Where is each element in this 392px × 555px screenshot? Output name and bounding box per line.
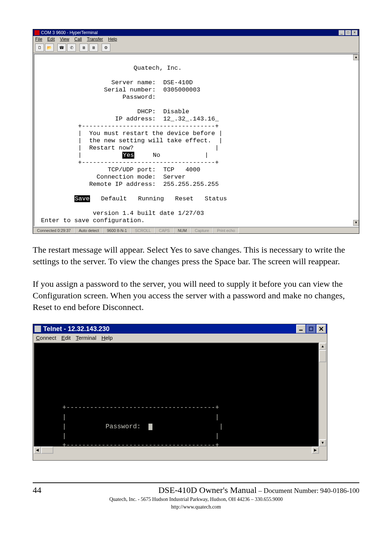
remote-ip-label: Remote IP address:: [89, 181, 156, 188]
connect-icon[interactable]: ☎: [57, 44, 66, 52]
page-number: 44: [33, 485, 41, 495]
company-text: Quatech, Inc.: [134, 65, 182, 72]
scroll-right-icon[interactable]: ▶: [312, 446, 319, 454]
default-button[interactable]: Default: [101, 195, 127, 202]
properties-icon[interactable]: ⚙: [102, 44, 110, 52]
conn-mode-value: Server: [163, 174, 185, 180]
footer-rule: [33, 482, 359, 483]
terminal-output: Quatech, Inc. Server name: DSE-410D Seri…: [34, 54, 358, 227]
status-params: 9600 8-N-1: [103, 228, 131, 233]
paragraph-2: If you assign a password to the server, …: [33, 278, 359, 313]
ip-label: IP address:: [115, 115, 156, 122]
scroll-thumb-h[interactable]: [41, 446, 53, 454]
new-icon[interactable]: 🗋: [35, 44, 44, 52]
tcp-port-label: TCP/UDP port:: [108, 166, 156, 173]
version-text: version 1.4 built date 1/27/03: [93, 210, 204, 217]
window-title: COM 3 9600 - HyperTerminal: [41, 30, 98, 35]
scroll-up-icon[interactable]: ▲: [319, 343, 326, 350]
tn-terminal-output: +--------------------------------------+…: [34, 343, 319, 454]
serial-number-value: 0305000003: [163, 86, 200, 93]
tn-close-button[interactable]: [317, 325, 326, 333]
horizontal-scrollbar[interactable]: ◀ ▶: [34, 446, 319, 454]
status-printecho: Print echo: [213, 228, 239, 233]
save-button[interactable]: Save: [74, 195, 90, 202]
dhcp-value: Disable: [163, 108, 189, 115]
reset-button[interactable]: Reset: [175, 195, 193, 202]
vertical-scrollbar[interactable]: ▲ ▼: [319, 343, 326, 446]
restart-msg-1: You must restart the device before: [89, 130, 215, 137]
no-button[interactable]: No: [153, 152, 160, 159]
scroll-down-icon[interactable]: ▼: [353, 220, 359, 226]
telnet-app-icon: [34, 326, 41, 332]
tn-menu-connect[interactable]: Connect: [36, 335, 56, 341]
menu-edit[interactable]: Edit: [47, 37, 55, 42]
ip-value: 12_.32_.143.16_: [163, 115, 219, 122]
tn-menu-terminal[interactable]: Terminal: [76, 335, 97, 341]
running-button[interactable]: Running: [138, 195, 164, 202]
prompt-text: Enter to save configuration.: [41, 217, 145, 224]
dhcp-label: DHCP:: [137, 108, 156, 115]
send-icon[interactable]: 🗎: [79, 44, 88, 52]
hyperterminal-screenshot: COM 3 9600 - HyperTerminal _ □ × File Ed…: [33, 29, 359, 234]
restart-msg-3: Restart now?: [89, 144, 134, 151]
svg-rect-1: [309, 327, 313, 331]
cursor-icon: [148, 424, 152, 430]
manual-title: DSE-410D Owner's Manual: [158, 485, 257, 495]
telnet-screenshot: Telnet - 12.32.143.230 Connect Edit Term…: [33, 324, 327, 461]
status-capture: Capture: [191, 228, 213, 233]
status-autodetect: Auto detect: [75, 228, 103, 233]
disconnect-icon[interactable]: ✆: [67, 44, 76, 52]
close-button[interactable]: ×: [352, 30, 358, 35]
receive-icon[interactable]: 🗎: [89, 44, 98, 52]
ht-toolbar: 🗋 📂 ☎ ✆ 🗎 🗎 ⚙: [33, 42, 359, 53]
footer-dash: –: [257, 487, 264, 494]
maximize-button[interactable]: □: [345, 30, 351, 35]
menu-view[interactable]: View: [60, 37, 69, 42]
yes-button[interactable]: Yes: [122, 152, 134, 159]
footer-address: Quatech, Inc. - 5675 Hudson Industrial P…: [33, 496, 359, 503]
tn-maximize-button[interactable]: [306, 325, 316, 333]
footer-url: http://www.quatech.com: [33, 504, 359, 510]
status-bar: Connected 0:29:37 Auto detect 9600 8-N-1…: [33, 227, 359, 233]
tn-window-title: Telnet - 12.32.143.230: [43, 325, 110, 333]
status-num: NUM: [174, 228, 191, 233]
status-button[interactable]: Status: [205, 195, 227, 202]
tn-menu-help[interactable]: Help: [101, 335, 113, 341]
page-footer: 44 DSE-410D Owner's Manual – Document Nu…: [33, 485, 359, 495]
ht-menubar: File Edit View Call Transfer Help: [33, 36, 359, 42]
menu-help[interactable]: Help: [108, 37, 117, 42]
password-label: Password:: [122, 94, 156, 101]
restart-msg-2: the new setting will take effect.: [89, 137, 212, 144]
status-connected: Connected 0:29:37: [33, 228, 75, 233]
resize-grip-icon[interactable]: [319, 446, 326, 454]
menu-call[interactable]: Call: [74, 37, 82, 42]
minimize-button[interactable]: _: [339, 30, 344, 35]
status-caps: CAPS: [155, 228, 174, 233]
scroll-up-icon[interactable]: ▲: [353, 54, 359, 60]
ht-titlebar: COM 3 9600 - HyperTerminal _ □ ×: [33, 29, 359, 36]
tn-menubar: Connect Edit Terminal Help: [33, 334, 327, 342]
tcp-proto: TCP: [163, 166, 175, 173]
open-icon[interactable]: 📂: [45, 44, 54, 52]
tn-password-label: Password:: [106, 423, 141, 430]
tn-minimize-button[interactable]: [296, 325, 306, 333]
paragraph-1: The restart message will appear. Select …: [33, 244, 359, 267]
status-scroll: SCROLL: [131, 228, 155, 233]
conn-mode-label: Connection mode:: [97, 174, 156, 180]
server-name-value: DSE-410D: [163, 79, 193, 86]
serial-number-label: Serial number:: [104, 86, 156, 93]
menu-transfer[interactable]: Transfer: [87, 37, 103, 42]
scroll-thumb[interactable]: [319, 350, 326, 362]
tcp-port: 4000: [185, 166, 200, 173]
menu-file[interactable]: File: [35, 37, 42, 42]
app-icon: [34, 30, 40, 35]
server-name-label: Server name:: [111, 79, 156, 86]
document-number: Document Number: 940-0186-100: [264, 487, 359, 494]
tn-titlebar: Telnet - 12.32.143.230: [33, 324, 327, 334]
tn-menu-edit[interactable]: Edit: [61, 335, 71, 341]
scroll-down-icon[interactable]: ▼: [319, 439, 326, 446]
scroll-left-icon[interactable]: ◀: [34, 446, 41, 454]
remote-ip-value: 255.255.255.255: [163, 181, 219, 188]
